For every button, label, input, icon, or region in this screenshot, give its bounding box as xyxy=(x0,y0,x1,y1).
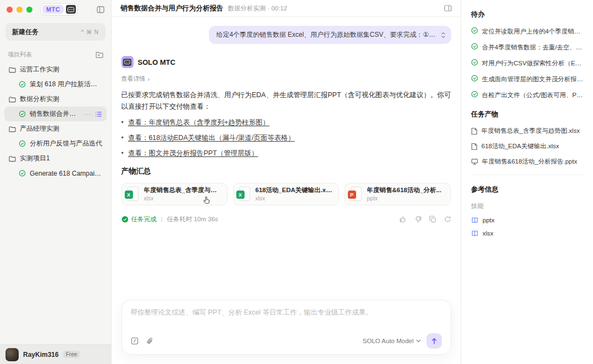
attachment-icon[interactable] xyxy=(146,337,153,345)
deliverable-link-report-ppt[interactable]: 查看：图文并茂分析报告PPT（管理层版） xyxy=(128,148,258,159)
skills-label: 技能 xyxy=(471,202,584,210)
task-label: Generate 618 Campaign Delive... xyxy=(30,170,102,177)
task-label: 策划 618 用户拉新活动方案 xyxy=(30,80,102,89)
account-menu[interactable]: RayKim316 Free xyxy=(0,344,111,364)
task-list-icon[interactable] xyxy=(95,111,102,117)
output-file-618-eda[interactable]: 618活动_EDA关键输出.xlsx xyxy=(471,142,584,150)
send-button[interactable] xyxy=(426,333,442,349)
todo-item[interactable]: 定位并读取用户上传的4个季度销售Excel... xyxy=(471,27,584,36)
output-file-annual-sales[interactable]: 年度销售总表_含季度与趋势图.xlsx xyxy=(471,127,584,135)
model-name: SOLO Auto Model xyxy=(363,338,414,344)
new-folder-icon[interactable] xyxy=(96,51,103,58)
deliverable-link-annual-sales[interactable]: 查看：年度销售总表（含季度列+趋势柱形图） xyxy=(128,117,269,128)
new-task-shortcut: ^ ⌘ N xyxy=(81,29,99,35)
model-selector[interactable]: SOLO Auto Model xyxy=(363,338,421,344)
robot-mode-icon[interactable] xyxy=(66,5,76,14)
chevron-down-icon xyxy=(416,339,421,343)
sidebar-task-618-campaign[interactable]: 策划 618 用户拉新活动方案 xyxy=(4,77,107,92)
slash-command-icon[interactable] xyxy=(131,337,138,345)
sidebar-task-user-feedback[interactable]: 分析用户反馈与产品迭代 xyxy=(4,136,107,151)
task-detail-panel: 待办 定位并读取用户上传的4个季度销售Excel... 合并4季度销售数据：去重… xyxy=(461,0,593,364)
assistant-avatar xyxy=(121,56,134,68)
output-file-name: 618活动_EDA关键输出.xlsx xyxy=(481,142,559,150)
username: RayKim316 xyxy=(23,351,59,359)
check-circle-icon xyxy=(471,59,478,66)
assistant-header: SOLO MTC xyxy=(121,56,451,68)
list-item: • 查看：图文并茂分析报告PPT（管理层版） xyxy=(121,148,451,159)
todo-item[interactable]: 合并4季度销售数据：去重/去空、统一日... xyxy=(471,43,584,52)
sidebar-folder-data-analysis[interactable]: 数据分析实测 xyxy=(4,92,107,107)
todo-item[interactable]: 生成面向管理层的图文并茂分析报告PPT... xyxy=(471,75,584,83)
todo-item[interactable]: 自检产出文件（公式/图表可用、PPT版式... xyxy=(471,91,584,99)
sidebar-task-generate-618[interactable]: Generate 618 Campaign Delive... xyxy=(4,166,107,181)
window-controls xyxy=(7,7,32,13)
output-file-report-ppt[interactable]: 年度销售&618活动_分析报告.pptx xyxy=(471,158,584,166)
file-ext: xlsx xyxy=(144,195,221,201)
sidebar-folder-test-project-1[interactable]: 实测项目1 xyxy=(4,151,107,166)
avatar xyxy=(5,348,19,361)
deliverable-cards: X 年度销售总表_含季度与趋... xlsx X 618活动_EDA关键输出.x… xyxy=(121,183,451,205)
file-card-618-eda-xlsx[interactable]: X 618活动_EDA关键输出.xlsx xlsx xyxy=(233,183,339,205)
main-area: 销售数据合并与用户行为分析报告 数据分析实测 · 00:12 给定4个季度的销售… xyxy=(112,0,461,364)
panel-divider xyxy=(471,175,584,175)
todo-item[interactable]: 对用户行为CSV做探索性分析（EDA），产... xyxy=(471,59,584,68)
output-file-name: 年度销售&618活动_分析报告.pptx xyxy=(482,158,577,166)
task-status-row: 任务完成 | 任务耗时 10m 36s xyxy=(121,215,451,223)
task-subtitle: 数据分析实测 · 00:12 xyxy=(228,4,287,13)
user-message-text: 给定4个季度的销售数据 Excel、用户行为原始数据集CSV、要求完成：①合并4… xyxy=(217,30,436,40)
bullet-icon: • xyxy=(121,148,124,159)
user-message-bubble[interactable]: 给定4个季度的销售数据 Excel、用户行为原始数据集CSV、要求完成：①合并4… xyxy=(209,26,451,44)
file-name: 618活动_EDA关键输出.xlsx xyxy=(256,186,333,194)
thumbs-up-button[interactable] xyxy=(400,216,407,223)
thumbs-down-button[interactable] xyxy=(414,216,422,223)
minimize-window-button[interactable] xyxy=(16,7,23,13)
skill-xlsx[interactable]: xlsx xyxy=(471,230,584,237)
list-item: • 查看：年度销售总表（含季度列+趋势柱形图） xyxy=(121,117,451,128)
reference-heading: 参考信息 xyxy=(471,185,584,194)
bullet-icon: • xyxy=(121,117,124,128)
excel-file-icon: X xyxy=(239,187,250,201)
todo-text: 对用户行为CSV做探索性分析（EDA），产... xyxy=(482,59,584,68)
outputs-heading: 任务产物 xyxy=(471,110,584,119)
deliverable-link-618-eda[interactable]: 查看：618活动EDA关键输出（漏斗/渠道/页面等表格） xyxy=(128,133,295,143)
task-complete-label: 任务完成 xyxy=(131,215,157,223)
sidebar-folder-operations[interactable]: 运营工作实测 xyxy=(4,62,107,77)
todo-text: 定位并读取用户上传的4个季度销售Excel... xyxy=(482,27,584,36)
skill-pptx[interactable]: pptx xyxy=(471,217,584,223)
list-item: • 查看：618活动EDA关键输出（漏斗/渠道/页面等表格） xyxy=(121,133,451,143)
mtc-mode-tab[interactable]: MTC xyxy=(42,5,64,14)
mode-switcher[interactable]: MTC xyxy=(40,3,78,15)
new-task-label: 新建任务 xyxy=(12,27,38,37)
output-file-name: 年度销售总表_含季度与趋势图.xlsx xyxy=(481,127,580,135)
regenerate-button[interactable] xyxy=(444,216,451,223)
sidebar-task-sales-merge-selected[interactable]: 销售数据合并与用户行... ··· xyxy=(4,107,107,121)
copy-button[interactable] xyxy=(429,216,436,223)
expand-message-icon[interactable] xyxy=(441,32,446,38)
message-input[interactable] xyxy=(131,308,442,333)
task-title: 销售数据合并与用户行为分析报告 xyxy=(120,4,224,13)
composer-toolbar: SOLO Auto Model xyxy=(131,333,442,349)
file-card-report-pptx[interactable]: P 年度销售&618活动_分析... pptx xyxy=(345,183,451,205)
project-list-label: 项目列表 xyxy=(8,51,32,59)
sidebar: MTC 新建任务 ^ ⌘ N 项目列表 运营工作实测 xyxy=(0,0,112,364)
sidebar-topbar: MTC xyxy=(0,0,111,19)
document-icon xyxy=(471,143,478,150)
view-details-link[interactable]: 查看详情 › xyxy=(121,75,451,83)
panel-layout-icon[interactable] xyxy=(444,5,452,12)
more-icon[interactable]: ··· xyxy=(84,111,92,117)
task-duration: 任务耗时 10m 36s xyxy=(167,215,218,223)
sidebar-collapse-icon[interactable] xyxy=(97,6,104,13)
sidebar-folder-product-manager[interactable]: 产品经理实测 xyxy=(4,121,107,136)
new-task-button[interactable]: 新建任务 ^ ⌘ N xyxy=(5,23,106,41)
file-ext: xlsx xyxy=(256,195,333,201)
zoom-window-button[interactable] xyxy=(26,7,32,13)
task-label: 销售数据合并与用户行... xyxy=(30,109,80,119)
folder-label: 数据分析实测 xyxy=(20,94,102,104)
todo-text: 合并4季度销售数据：去重/去空、统一日... xyxy=(482,43,584,52)
skill-name: pptx xyxy=(483,217,495,223)
file-card-annual-sales-xlsx[interactable]: X 年度销售总表_含季度与趋... xlsx xyxy=(121,183,228,205)
close-window-button[interactable] xyxy=(7,7,13,13)
check-circle-icon xyxy=(471,27,478,34)
app-window: MTC 新建任务 ^ ⌘ N 项目列表 运营工作实测 xyxy=(0,0,593,364)
todo-heading: 待办 xyxy=(471,10,584,19)
